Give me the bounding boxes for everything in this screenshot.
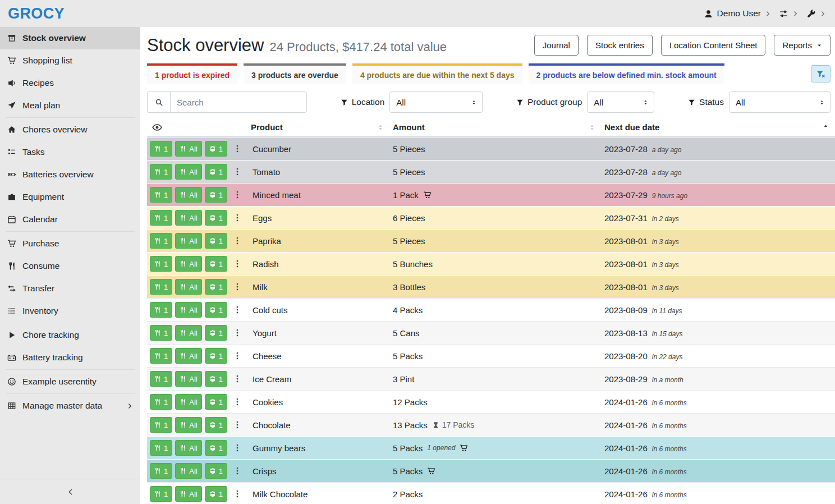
sidebar-item-manage-master-data[interactable]: Manage master data — [0, 395, 140, 417]
row-menu-button[interactable] — [233, 420, 242, 429]
sidebar-item-tasks[interactable]: Tasks — [0, 141, 140, 163]
open-one-button[interactable]: 1 — [205, 348, 227, 364]
consume-all-button[interactable]: All — [175, 394, 201, 410]
row-menu-button[interactable] — [233, 190, 242, 199]
row-menu-button[interactable] — [233, 282, 242, 291]
consume-one-button[interactable]: 1 — [150, 210, 172, 226]
column-header-product[interactable]: Product — [251, 118, 393, 136]
open-one-button[interactable]: 1 — [205, 256, 227, 272]
consume-all-button[interactable]: All — [175, 210, 201, 226]
open-one-button[interactable]: 1 — [205, 302, 227, 318]
row-menu-button[interactable] — [233, 489, 242, 498]
sidebar-item-meal-plan[interactable]: Meal plan — [0, 94, 140, 117]
consume-one-button[interactable]: 1 — [150, 463, 172, 479]
row-menu-button[interactable] — [233, 236, 242, 245]
open-one-button[interactable]: 1 — [205, 325, 227, 341]
consume-all-button[interactable]: All — [175, 187, 201, 203]
consume-all-button[interactable]: All — [175, 233, 201, 249]
row-menu-button[interactable] — [233, 213, 242, 222]
open-one-button[interactable]: 1 — [205, 486, 227, 502]
open-one-button[interactable]: 1 — [205, 440, 227, 456]
sidebar-item-chores-overview[interactable]: Chores overview — [0, 118, 140, 141]
consume-one-button[interactable]: 1 — [150, 486, 172, 502]
column-visibility-toggle[interactable] — [147, 118, 251, 136]
sidebar-item-equipment[interactable]: Equipment — [0, 186, 140, 208]
row-menu-button[interactable] — [233, 374, 242, 383]
sidebar-item-shopping-list[interactable]: Shopping list — [0, 49, 140, 72]
row-menu-button[interactable] — [233, 167, 242, 176]
consume-all-button[interactable]: All — [175, 164, 201, 180]
column-header-amount[interactable]: Amount — [393, 118, 604, 136]
sidebar-item-battery-tracking[interactable]: Battery tracking — [0, 346, 140, 369]
consume-one-button[interactable]: 1 — [150, 417, 172, 433]
consume-one-button[interactable]: 1 — [150, 302, 172, 318]
status-select[interactable]: All — [729, 91, 831, 113]
sidebar-collapse-button[interactable] — [0, 479, 140, 504]
open-one-button[interactable]: 1 — [205, 463, 227, 479]
open-one-button[interactable]: 1 — [205, 187, 227, 203]
sidebar-item-batteries-overview[interactable]: Batteries overview — [0, 163, 140, 186]
sidebar-item-consume[interactable]: Consume — [0, 255, 140, 277]
sidebar-item-inventory[interactable]: Inventory — [0, 300, 140, 322]
open-one-button[interactable]: 1 — [205, 371, 227, 387]
consume-one-button[interactable]: 1 — [150, 187, 172, 203]
consume-all-button[interactable]: All — [175, 325, 201, 341]
row-menu-button[interactable] — [233, 144, 242, 153]
consume-one-button[interactable]: 1 — [150, 141, 172, 157]
row-menu-button[interactable] — [233, 443, 242, 452]
open-one-button[interactable]: 1 — [205, 233, 227, 249]
sidebar-item-stock-overview[interactable]: Stock overview — [0, 27, 140, 49]
sidebar-item-purchase[interactable]: Purchase — [0, 232, 140, 255]
settings-menu[interactable] — [779, 9, 799, 19]
consume-all-button[interactable]: All — [175, 256, 201, 272]
open-one-button[interactable]: 1 — [205, 210, 227, 226]
location-select[interactable]: All — [389, 91, 483, 113]
consume-one-button[interactable]: 1 — [150, 394, 172, 410]
row-menu-button[interactable] — [233, 397, 242, 406]
consume-all-button[interactable]: All — [175, 348, 201, 364]
consume-one-button[interactable]: 1 — [150, 164, 172, 180]
consume-one-button[interactable]: 1 — [150, 233, 172, 249]
consume-one-button[interactable]: 1 — [150, 325, 172, 341]
column-header-next-due-date[interactable]: Next due date — [604, 118, 835, 136]
consume-all-button[interactable]: All — [175, 417, 201, 433]
consume-one-button[interactable]: 1 — [150, 371, 172, 387]
sidebar-item-transfer[interactable]: Transfer — [0, 277, 140, 300]
sidebar-item-recipes[interactable]: Recipes — [0, 72, 140, 94]
open-one-button[interactable]: 1 — [205, 141, 227, 157]
consume-all-button[interactable]: All — [175, 440, 201, 456]
consume-one-button[interactable]: 1 — [150, 348, 172, 364]
consume-one-button[interactable]: 1 — [150, 440, 172, 456]
toolbar-button-reports[interactable]: Reports — [774, 35, 831, 56]
status-banner-belowmin[interactable]: 2 products are below defined min. stock … — [529, 63, 724, 84]
consume-all-button[interactable]: All — [175, 302, 201, 318]
sidebar-item-chore-tracking[interactable]: Chore tracking — [0, 324, 140, 346]
consume-all-button[interactable]: All — [175, 371, 201, 387]
consume-one-button[interactable]: 1 — [150, 279, 172, 295]
open-one-button[interactable]: 1 — [205, 417, 227, 433]
toolbar-button-journal[interactable]: Journal — [534, 35, 579, 56]
clear-filter-button[interactable] — [811, 65, 831, 83]
sidebar-item-example-userentity[interactable]: Example userentity — [0, 370, 140, 393]
status-banner-due[interactable]: 4 products are due within the next 5 day… — [352, 63, 522, 84]
consume-one-button[interactable]: 1 — [150, 256, 172, 272]
toolbar-button-stock-entries[interactable]: Stock entries — [587, 35, 653, 56]
toolbar-button-location-content-sheet[interactable]: Location Content Sheet — [661, 35, 766, 56]
open-one-button[interactable]: 1 — [205, 164, 227, 180]
consume-all-button[interactable]: All — [175, 463, 201, 479]
search-input[interactable] — [170, 91, 307, 113]
row-menu-button[interactable] — [233, 259, 242, 268]
row-menu-button[interactable] — [233, 305, 242, 314]
open-one-button[interactable]: 1 — [205, 394, 227, 410]
sidebar-item-calendar[interactable]: Calendar — [0, 208, 140, 231]
row-menu-button[interactable] — [233, 328, 242, 337]
consume-all-button[interactable]: All — [175, 486, 201, 502]
open-one-button[interactable]: 1 — [205, 279, 227, 295]
status-banner-expired[interactable]: 1 product is expired — [147, 63, 237, 84]
admin-menu[interactable] — [806, 9, 826, 19]
user-menu[interactable]: Demo User — [704, 8, 771, 19]
status-banner-overdue[interactable]: 3 products are overdue — [244, 63, 346, 84]
product-group-select[interactable]: All — [587, 91, 654, 113]
consume-all-button[interactable]: All — [175, 141, 201, 157]
row-menu-button[interactable] — [233, 351, 242, 360]
